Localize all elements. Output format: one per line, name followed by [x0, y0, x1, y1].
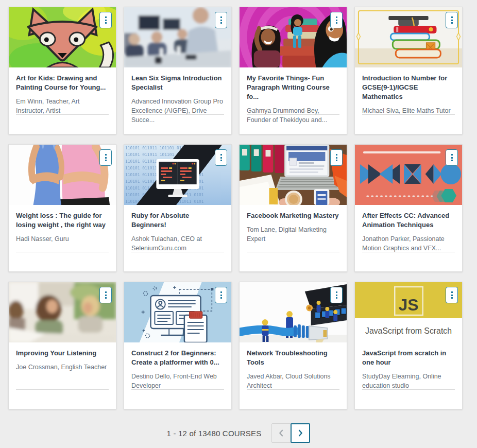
kebab-dot-icon: [336, 16, 337, 18]
card-body: Introduction to Number for GCSE(9-1)/IGC…: [355, 67, 462, 115]
pagination-summary: 1 - 12 of 13480 COURSES: [167, 429, 262, 438]
kebab-dot-icon: [336, 157, 337, 159]
card-divider: [247, 389, 339, 390]
card-divider: [16, 389, 109, 390]
kebab-dot-icon: [105, 22, 107, 24]
course-title: Facebook Marketing Mastery: [247, 211, 339, 220]
course-title: Network Troubleshooting Tools: [247, 349, 339, 367]
kebab-dot-icon: [336, 295, 337, 296]
course-thumbnail: [240, 282, 347, 342]
course-card[interactable]: Weight loss : The guide for losing weigh…: [8, 144, 116, 272]
card-divider: [131, 114, 224, 115]
kebab-dot-icon: [336, 160, 337, 161]
card-options-kebab-button[interactable]: [446, 12, 458, 28]
js-logo-text: JS: [399, 296, 419, 314]
kebab-dot-icon: [451, 157, 453, 159]
prev-page-button[interactable]: [271, 423, 291, 443]
course-instructor: Joe Crossman, English Teacher: [16, 363, 109, 372]
course-card[interactable]: Construct 2 for Beginners: Create a plat…: [124, 282, 232, 409]
course-instructor: Hadi Nasser, Guru: [16, 234, 109, 244]
kebab-dot-icon: [220, 22, 222, 24]
card-options-kebab-button[interactable]: [330, 12, 343, 28]
kebab-dot-icon: [336, 154, 337, 156]
course-title: Improving Your Listening: [16, 349, 109, 358]
course-title: Construct 2 for Beginners: Create a plat…: [131, 349, 224, 367]
chevron-right-icon: [296, 429, 304, 437]
card-options-kebab-button[interactable]: [215, 287, 227, 303]
course-card[interactable]: Network Troubleshooting Tools Javed Akba…: [239, 282, 347, 409]
card-divider: [362, 389, 455, 390]
course-instructor: StudyDay Elearning, Online education stu…: [362, 372, 455, 390]
kebab-dot-icon: [451, 295, 453, 296]
course-card[interactable]: Lean Six Sigma Introduction Specialist A…: [124, 7, 232, 134]
course-card[interactable]: Art for Kids: Drawing and Painting Cours…: [8, 7, 116, 134]
kebab-dot-icon: [220, 157, 222, 159]
card-options-kebab-button[interactable]: [330, 287, 343, 303]
card-options-kebab-button[interactable]: [99, 287, 112, 303]
course-thumbnail: 110101 011011 101101 011011 0101 110101 …: [124, 145, 231, 205]
course-card[interactable]: 110101 011011 101101 011011 0101 110101 …: [124, 144, 232, 272]
card-body: After Effects CC: Advanced Animation Tec…: [355, 205, 462, 253]
kebab-dot-icon: [336, 291, 337, 293]
course-title: JavaScript from scratch in one hour: [362, 349, 455, 367]
card-options-kebab-button[interactable]: [99, 12, 112, 28]
kebab-dot-icon: [451, 160, 453, 161]
course-title: After Effects CC: Advanced Animation Tec…: [362, 211, 455, 230]
kebab-dot-icon: [451, 22, 453, 24]
card-body: Art for Kids: Drawing and Painting Cours…: [9, 67, 116, 115]
kebab-dot-icon: [105, 157, 107, 159]
card-body: Improving Your Listening Joe Crossman, E…: [9, 342, 116, 372]
course-title: My Favorite Things- Fun Paragraph Writin…: [247, 74, 339, 101]
kebab-dot-icon: [451, 297, 453, 299]
course-thumbnail: [355, 7, 462, 67]
card-options-kebab-button[interactable]: [446, 287, 458, 303]
course-thumbnail: [9, 145, 116, 205]
kebab-dot-icon: [336, 297, 337, 299]
pagination-bar: 1 - 12 of 13480 COURSES: [0, 423, 477, 443]
card-options-kebab-button[interactable]: [99, 149, 112, 166]
card-options-kebab-button[interactable]: [446, 149, 458, 166]
course-instructor: Em Winn, Teacher, Art Instructor, Artist: [16, 97, 109, 115]
course-card[interactable]: Facebook Marketing Mastery Tom Lane, Dig…: [239, 144, 347, 272]
kebab-dot-icon: [336, 20, 337, 21]
card-divider: [16, 252, 109, 252]
card-options-kebab-button[interactable]: [330, 149, 343, 166]
course-card[interactable]: JS JavaScript from Scratch JavaScript fr…: [354, 282, 463, 409]
kebab-dot-icon: [220, 20, 222, 21]
card-options-kebab-button[interactable]: [215, 149, 227, 166]
kebab-dot-icon: [220, 160, 222, 161]
kebab-dot-icon: [105, 297, 107, 299]
kebab-dot-icon: [105, 16, 107, 18]
card-body: Ruby for Absolute Beginners! Ashok Tulac…: [124, 205, 231, 253]
kebab-dot-icon: [105, 20, 107, 21]
course-card[interactable]: My Favorite Things- Fun Paragraph Writin…: [239, 7, 347, 134]
kebab-dot-icon: [220, 154, 222, 156]
course-thumbnail: JS JavaScript from Scratch: [355, 282, 462, 342]
kebab-dot-icon: [336, 22, 337, 24]
course-instructor: Gahmya Drummond-Bey, Founder of Thekidyo…: [247, 106, 339, 125]
kebab-dot-icon: [220, 297, 222, 299]
card-body: Weight loss : The guide for losing weigh…: [9, 205, 116, 244]
course-card[interactable]: Improving Your Listening Joe Crossman, E…: [8, 282, 116, 409]
card-divider: [362, 252, 455, 252]
card-divider: [131, 389, 224, 390]
card-body: Construct 2 for Beginners: Create a plat…: [124, 342, 231, 390]
card-body: My Favorite Things- Fun Paragraph Writin…: [240, 67, 347, 125]
next-page-button[interactable]: [291, 423, 310, 443]
kebab-dot-icon: [220, 291, 222, 293]
card-divider: [362, 114, 455, 115]
card-body: Lean Six Sigma Introduction Specialist A…: [124, 67, 231, 125]
kebab-dot-icon: [451, 16, 453, 18]
course-card[interactable]: Introduction to Number for GCSE(9-1)/IGC…: [354, 7, 463, 134]
course-thumbnail: [9, 282, 116, 342]
course-instructor: Ashok Tulachan, CEO at SeleniumGuru.com: [131, 234, 224, 253]
course-card[interactable]: After Effects CC: Advanced Animation Tec…: [354, 144, 463, 272]
card-divider: [247, 114, 339, 115]
chevron-left-icon: [277, 429, 285, 437]
card-body: Network Troubleshooting Tools Javed Akba…: [240, 342, 347, 390]
course-instructor: Tom Lane, Digital Marketing Expert: [247, 225, 339, 244]
card-options-kebab-button[interactable]: [215, 12, 227, 28]
kebab-dot-icon: [220, 295, 222, 296]
course-title: Lean Six Sigma Introduction Specialist: [131, 74, 224, 92]
course-grid: Art for Kids: Drawing and Painting Cours…: [0, 0, 477, 409]
